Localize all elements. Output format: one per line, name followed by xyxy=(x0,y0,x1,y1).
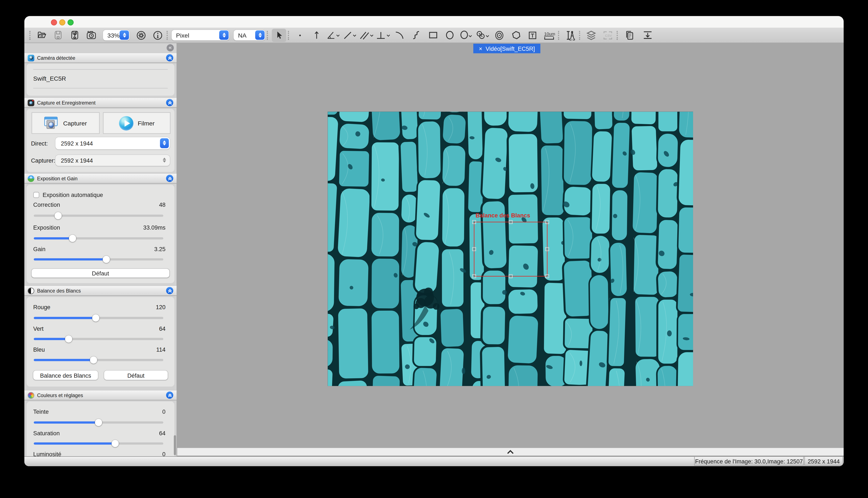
exposure-slider[interactable] xyxy=(34,237,163,239)
direct-resolution-select[interactable]: 2592 x 1944 xyxy=(55,137,170,149)
green-slider[interactable] xyxy=(34,338,163,340)
capture-resolution-select[interactable]: 2592 x 1944 xyxy=(55,155,170,166)
roi-handle[interactable] xyxy=(472,220,476,224)
auto-exposure-checkbox[interactable] xyxy=(33,192,39,198)
sidebar-scrollbar[interactable] xyxy=(174,435,176,455)
tab-close-icon[interactable]: × xyxy=(479,45,482,52)
scalebar-tool-button[interactable]: 10um xyxy=(542,28,556,42)
direct-label: Direct: xyxy=(31,140,55,146)
roi-handle[interactable] xyxy=(509,274,513,278)
import-export-button[interactable] xyxy=(640,28,655,42)
section-title: Balance des Blancs xyxy=(37,288,163,293)
angle-tool-button[interactable] xyxy=(326,28,341,42)
slider-thumb[interactable] xyxy=(95,419,102,426)
roi-handle[interactable] xyxy=(545,274,549,278)
duplicate-button[interactable] xyxy=(622,28,636,42)
svg-text:10um: 10um xyxy=(544,31,555,36)
roi-handle[interactable] xyxy=(545,220,549,224)
info-button[interactable] xyxy=(151,28,165,42)
zoom-window-button[interactable] xyxy=(67,19,74,26)
white-balance-default-button[interactable]: Défaut xyxy=(104,371,168,380)
record-button[interactable]: Filmer xyxy=(103,112,170,134)
slider-thumb[interactable] xyxy=(55,212,62,219)
objective-na-select[interactable]: NA xyxy=(234,30,265,40)
slider-thumb[interactable] xyxy=(90,356,97,364)
curve-tool-button[interactable] xyxy=(409,28,423,42)
info-icon xyxy=(153,30,163,40)
slider-value: 0 xyxy=(162,451,166,456)
open-file-button[interactable] xyxy=(34,28,49,42)
section-header-white-balance[interactable]: Balance des Blancs xyxy=(24,285,177,296)
save-flash-button[interactable] xyxy=(67,28,82,42)
perpendicular-tool-button[interactable] xyxy=(376,28,390,42)
slider-thumb[interactable] xyxy=(92,314,100,322)
section-header-capture[interactable]: Capture et Enregistrement xyxy=(24,97,177,108)
camera-lens-icon xyxy=(28,54,34,61)
live-video-view[interactable]: Balance des Blancs xyxy=(328,112,693,386)
save-icon xyxy=(54,30,62,40)
collapse-section-icon[interactable] xyxy=(166,175,174,182)
section-header-exposure[interactable]: Exposition et Gain xyxy=(24,173,177,183)
collapse-section-icon[interactable] xyxy=(166,287,174,294)
white-balance-button[interactable]: Balance des Blancs xyxy=(33,371,98,380)
layers-button[interactable] xyxy=(584,28,598,42)
red-slider[interactable] xyxy=(34,317,163,319)
snapshot-timer-button[interactable] xyxy=(84,28,99,42)
video-tab[interactable]: × Vidéo[Swift_EC5R] xyxy=(473,44,540,53)
pointer-tool-button[interactable] xyxy=(272,28,286,42)
ellipse-tool-button[interactable] xyxy=(459,28,473,42)
gain-slider[interactable] xyxy=(34,258,163,260)
arrow-tool-button[interactable] xyxy=(309,28,324,42)
sidebar-collapse-button[interactable]: « xyxy=(167,44,174,51)
concentric-circles-tool-button[interactable] xyxy=(492,28,507,42)
roi-handle[interactable] xyxy=(472,247,476,251)
line-tool-button[interactable] xyxy=(343,28,357,42)
close-window-button[interactable] xyxy=(51,19,57,26)
roi-handle[interactable] xyxy=(509,220,513,224)
white-balance-roi[interactable] xyxy=(474,222,548,276)
text-tool-button[interactable] xyxy=(525,28,540,42)
collapse-section-icon[interactable] xyxy=(166,99,174,106)
section-header-camera[interactable]: Caméra détectée xyxy=(24,52,177,63)
slider-value: 48 xyxy=(159,201,166,208)
text-icon xyxy=(528,31,537,39)
exposure-default-button[interactable]: Défaut xyxy=(31,269,169,278)
hue-slider[interactable] xyxy=(34,421,163,423)
saturation-slider[interactable] xyxy=(34,442,163,444)
arc-tool-button[interactable] xyxy=(393,28,407,42)
section-title: Couleurs et réglages xyxy=(37,392,163,398)
csv-export-button[interactable]: CSV xyxy=(601,28,615,42)
angle-icon xyxy=(327,31,340,39)
ellipse-icon xyxy=(459,30,473,40)
bottom-panel-expander[interactable] xyxy=(177,448,844,456)
correction-slider[interactable] xyxy=(34,215,163,217)
slider-thumb[interactable] xyxy=(112,440,119,447)
slider-thumb[interactable] xyxy=(69,235,76,242)
parallel-tool-button[interactable] xyxy=(359,28,373,42)
blue-slider[interactable] xyxy=(34,359,163,361)
slider-thumb[interactable] xyxy=(65,336,73,343)
collapse-section-icon[interactable] xyxy=(166,54,174,62)
stepper-icon xyxy=(160,156,169,165)
slider-thumb[interactable] xyxy=(103,256,110,263)
settings-button[interactable] xyxy=(134,28,148,42)
capture-button[interactable]: Capturer xyxy=(31,112,100,134)
zoom-level-select[interactable]: 33% xyxy=(103,30,129,40)
roi-handle[interactable] xyxy=(545,247,549,251)
roi-handle[interactable] xyxy=(472,274,476,278)
minimize-window-button[interactable] xyxy=(59,19,65,26)
circle-tool-button[interactable] xyxy=(442,28,457,42)
record-button-label: Filmer xyxy=(138,120,155,126)
measure-tool-button[interactable] xyxy=(563,28,577,42)
polygon-tool-button[interactable] xyxy=(509,28,523,42)
rectangle-tool-button[interactable] xyxy=(426,28,440,42)
save-button[interactable] xyxy=(51,28,65,42)
slider-label: Saturation xyxy=(33,430,60,436)
collapse-section-icon[interactable] xyxy=(166,392,174,399)
roi-label: Balance des Blancs xyxy=(475,212,530,219)
annulus-tool-button[interactable] xyxy=(475,28,490,42)
point-tool-button[interactable] xyxy=(293,28,307,42)
camera-device-item[interactable]: Swift_EC5R xyxy=(33,75,66,82)
section-header-colors[interactable]: Couleurs et réglages xyxy=(24,390,177,400)
unit-select[interactable]: Pixel xyxy=(171,30,229,40)
